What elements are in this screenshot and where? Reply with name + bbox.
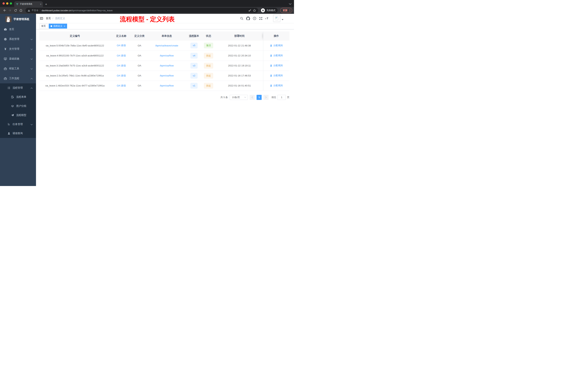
definition-table: 定义编号 定义名称 定义分类 表单信息 流程版本 状态 部署时间 操作: [40, 32, 289, 91]
reload-icon[interactable]: [13, 8, 18, 13]
breadcrumb-current: 流程定义: [55, 17, 65, 20]
new-tab-button[interactable]: +: [45, 2, 47, 6]
breadcrumb-home[interactable]: 首页: [46, 17, 51, 20]
page-size-select[interactable]: 10条/页: [230, 95, 248, 100]
back-icon[interactable]: [2, 8, 7, 13]
breadcrumb: 首页 / 流程定义: [46, 17, 65, 20]
user-icon: [270, 44, 272, 47]
sidebar-item-label: 研发工具: [9, 67, 28, 70]
sidebar-item-process-form[interactable]: 流程表单: [0, 92, 36, 101]
red-annotation-text: 流程模型 - 定义列表: [120, 15, 175, 23]
sidebar-item-label: 首页: [9, 28, 33, 31]
help-icon[interactable]: ?: [253, 17, 256, 20]
workflow-submenu: 流程管理 流程表单 用户分组: [0, 83, 36, 138]
key-icon[interactable]: [248, 9, 252, 12]
cell-definition-id: oa_leave:5:004b710b-7b8a-11ec-8ef0-acde4…: [40, 41, 110, 51]
monitor-icon: [4, 57, 7, 60]
home-icon[interactable]: [19, 8, 23, 13]
page-jumper: 前往 页: [272, 95, 289, 100]
assign-rule-link[interactable]: 分配规则: [270, 44, 283, 47]
form-info-link[interactable]: /bpm/oa/flow: [160, 84, 174, 87]
prev-page-button[interactable]: [250, 95, 255, 100]
sidebar-item-dev-tools[interactable]: 研发工具: [0, 64, 36, 74]
definition-name-link[interactable]: OA 请假: [117, 44, 126, 47]
goto-page-input[interactable]: [277, 95, 286, 100]
github-icon[interactable]: [246, 17, 250, 20]
sidebar-logo[interactable]: 芋道管理系统: [0, 14, 36, 24]
zoom-window-button[interactable]: [10, 2, 12, 5]
assign-rule-link[interactable]: 分配规则: [270, 84, 283, 87]
tab-close-icon[interactable]: ×: [40, 3, 42, 5]
definition-name-link[interactable]: OA 请假: [117, 64, 126, 67]
browser-menu-dots-icon[interactable]: [289, 9, 291, 12]
tag-close-icon[interactable]: ×: [64, 25, 65, 27]
page-unit-label: 页: [287, 96, 289, 99]
chevron-up-icon: [31, 87, 33, 89]
version-badge: v4: [190, 53, 198, 58]
cell-definition-id: oa_leave:1:482ec033-762a-11ec-8477-a2380…: [40, 81, 110, 91]
app-navbar: 首页 / 流程定义 流程模型 - 定义列表 ?: [36, 14, 294, 23]
sidebar-item-home[interactable]: 首页: [0, 24, 36, 34]
tab-search-chevron-icon[interactable]: [289, 2, 292, 5]
main-area: 首页 / 流程定义 流程模型 - 定义列表 ?: [36, 14, 294, 186]
version-badge: v5: [190, 43, 198, 48]
status-badge: 挂起: [204, 73, 213, 78]
svg-text:T: T: [265, 18, 266, 20]
sidebar-toggle-hamburger-icon[interactable]: [39, 14, 46, 23]
page-number-1[interactable]: 1: [257, 95, 262, 100]
definition-name-link[interactable]: OA 请假: [117, 54, 126, 57]
form-info-link[interactable]: /bpm/oa/flow: [160, 64, 174, 67]
definition-name-link[interactable]: OA 请假: [117, 84, 126, 87]
breadcrumb-separator: /: [52, 17, 53, 20]
font-size-icon[interactable]: TT: [265, 17, 269, 20]
cell-definition-id: oa_leave:3:1fad3d93-7b75-11ec-a3c8-acde4…: [40, 61, 110, 71]
url-text[interactable]: dashboard.yudao.iocoder.cn/bpm/manager/d…: [42, 9, 247, 12]
assign-rule-link[interactable]: 分配规则: [270, 54, 283, 57]
user-icon: [270, 84, 272, 87]
app-body: 芋道管理系统 首页 系统管理 ¥ 支付管理: [0, 14, 294, 186]
next-page-button[interactable]: [263, 95, 269, 100]
table-row: oa_leave:5:004b710b-7b8a-11ec-8ef0-acde4…: [40, 41, 289, 51]
update-label[interactable]: 更新: [283, 9, 287, 12]
definition-name-link[interactable]: OA 请假: [117, 74, 126, 77]
table-row: oa_leave:2:3c1f0ef1-76b1-11ec-9c66-a2380…: [40, 71, 289, 81]
table-row: oa_leave:1:482ec033-762a-11ec-8477-a2380…: [40, 81, 289, 91]
table-row: oa_leave:4:991f2193-7b7f-11ec-a3c8-acde4…: [40, 51, 289, 61]
forward-icon[interactable]: [8, 8, 12, 13]
assign-rule-link[interactable]: 分配规则: [270, 64, 283, 67]
form-info-link[interactable]: /bpm/oa/flow: [160, 54, 174, 57]
sidebar-item-infrastructure[interactable]: 基础设施: [0, 54, 36, 64]
minimize-window-button[interactable]: [6, 2, 8, 5]
tags-view-bar: 首页 流程定义 ×: [36, 23, 294, 29]
url-divider: [40, 9, 40, 12]
assign-rule-link[interactable]: 分配规则: [270, 74, 283, 77]
user-avatar-dropdown[interactable]: [273, 15, 284, 22]
url-domain: dashboard.yudao.iocoder.cn: [42, 9, 71, 12]
sidebar-item-workflow[interactable]: 工作流程: [0, 74, 36, 83]
sidebar-item-leave-query[interactable]: 请假查询: [0, 129, 36, 138]
tag-home[interactable]: 首页: [40, 24, 48, 29]
search-icon[interactable]: [240, 17, 243, 20]
sidebar-item-payment[interactable]: ¥ 支付管理: [0, 44, 36, 54]
user-icon: [7, 132, 10, 135]
browser-tab[interactable]: 芋道管理系统 ×: [14, 1, 43, 7]
sidebar-item-process-management[interactable]: 流程管理: [0, 83, 36, 92]
tag-process-definition[interactable]: 流程定义 ×: [49, 24, 67, 29]
form-info-link[interactable]: /bpm/oa/leave/create: [155, 44, 178, 47]
security-label[interactable]: 不安全: [32, 9, 39, 12]
sidebar-item-task-management[interactable]: 任务管理: [0, 120, 36, 129]
sidebar-item-system[interactable]: 系统管理: [0, 34, 36, 44]
sidebar: 芋道管理系统 首页 系统管理 ¥ 支付管理: [0, 14, 36, 186]
dashboard-icon: [4, 28, 7, 31]
avatar-broken-image-icon: [273, 15, 280, 22]
update-button[interactable]: 更新: [280, 8, 292, 13]
form-info-link[interactable]: /bpm/oa/flow: [160, 74, 174, 77]
fullscreen-icon[interactable]: [259, 17, 262, 20]
sidebar-item-process-model[interactable]: 流程模型: [0, 111, 36, 120]
close-window-button[interactable]: [2, 2, 5, 5]
sidebar-item-user-group[interactable]: 用户分组: [0, 101, 36, 111]
header-deploy-time: 部署时间: [216, 32, 263, 41]
url-bar[interactable]: 不安全 dashboard.yudao.iocoder.cn/bpm/manag…: [25, 8, 258, 13]
bookmark-star-icon[interactable]: [253, 9, 256, 12]
page-size-value: 10条/页: [232, 96, 240, 99]
